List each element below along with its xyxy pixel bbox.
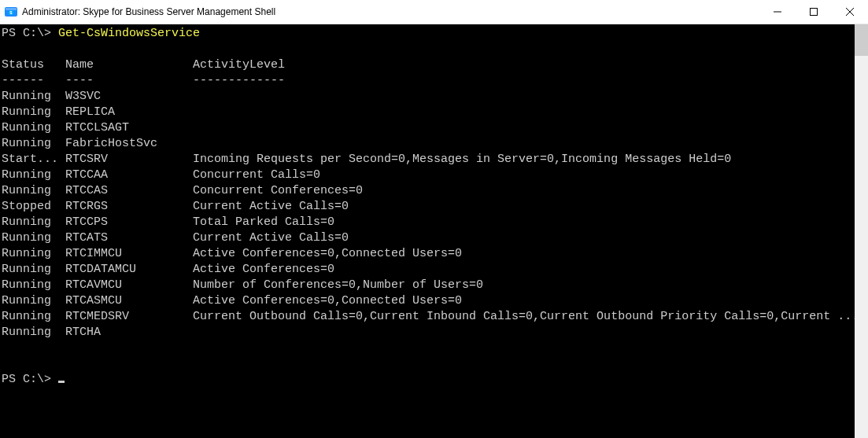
svg-rect-5 — [811, 9, 818, 16]
maximize-button[interactable] — [796, 0, 832, 24]
terminal-output[interactable]: PS C:\> Get-CsWindowsService Status Name… — [0, 24, 855, 438]
app-icon: S — [5, 6, 17, 18]
title-bar: S Administrator: Skype for Business Serv… — [0, 0, 868, 24]
scrollbar-thumb[interactable] — [855, 24, 868, 56]
close-button[interactable] — [832, 0, 868, 24]
scrollbar[interactable] — [855, 24, 868, 438]
minimize-button[interactable] — [759, 0, 796, 24]
window-controls — [759, 0, 868, 24]
terminal-area: PS C:\> Get-CsWindowsService Status Name… — [0, 24, 868, 438]
window-title: Administrator: Skype for Business Server… — [22, 6, 759, 17]
